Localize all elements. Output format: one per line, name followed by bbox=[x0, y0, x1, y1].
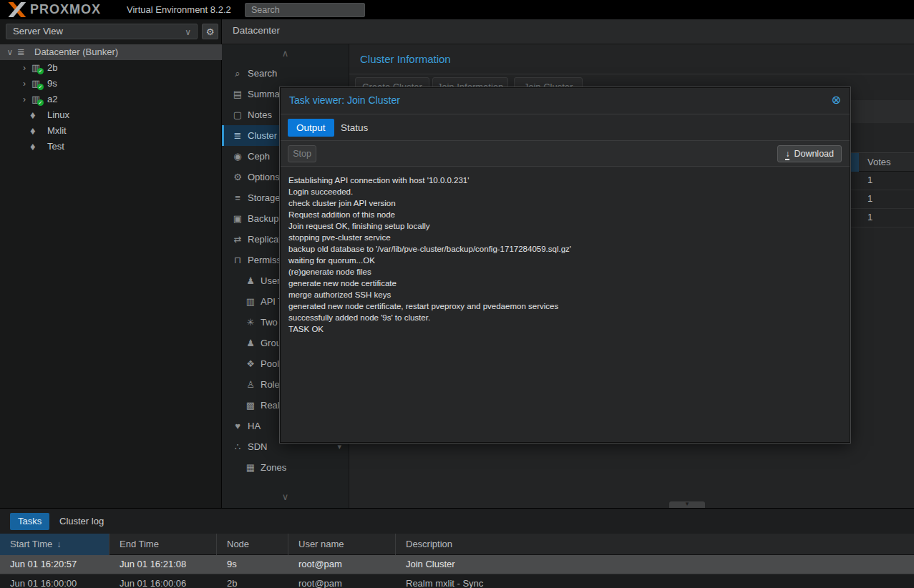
tree-item-tag-linux[interactable]: ♦ Linux bbox=[0, 107, 222, 123]
tag-icon: ♦ bbox=[30, 107, 36, 123]
online-status-icon: ✓ bbox=[37, 68, 44, 74]
divider bbox=[349, 74, 914, 74]
app-version: Virtual Environment 8.2.2 bbox=[127, 4, 231, 15]
cell-user-name: root@pam bbox=[288, 574, 396, 588]
menu-scroll-up[interactable]: ∧ bbox=[222, 44, 349, 63]
content-header: Datacenter bbox=[222, 19, 914, 44]
tree-item-tag-mxlit[interactable]: ♦ Mxlit bbox=[0, 123, 222, 139]
chevron-right-icon[interactable]: › bbox=[20, 92, 29, 107]
log-line: Join request OK, finishing setup locally bbox=[288, 220, 842, 232]
dialog-toolbar: Stop ↓Download bbox=[281, 141, 850, 167]
menu-item-label: Backup bbox=[248, 208, 278, 229]
top-bar: PROXMOX Virtual Environment 8.2.2 bbox=[0, 0, 914, 19]
log-line: check cluster join API version bbox=[288, 197, 842, 209]
users-icon: ♟ bbox=[244, 270, 257, 291]
column-header-end-time[interactable]: End Time bbox=[110, 534, 217, 555]
chevron-right-icon[interactable]: › bbox=[20, 76, 29, 92]
cell-description: Join Cluster bbox=[396, 555, 914, 574]
scroll-down-icon: ∨ bbox=[282, 491, 289, 502]
votes-value: 1 bbox=[867, 175, 872, 185]
tree-item-datacenter[interactable]: ∨ ≣ Datacenter (Bunker) bbox=[0, 44, 222, 60]
view-selector-label: Server View bbox=[13, 26, 63, 36]
cell-node: 9s bbox=[217, 555, 288, 574]
log-line: generated new node certificate, restart … bbox=[288, 300, 842, 312]
cluster-icon: ≣ bbox=[231, 125, 244, 146]
online-status-icon: ✓ bbox=[37, 99, 44, 106]
panel-splitter-handle[interactable]: ▾ bbox=[669, 501, 705, 508]
close-icon[interactable]: ⊗ bbox=[832, 93, 841, 107]
votes-column-header: Votes bbox=[867, 157, 891, 167]
column-header-user-name[interactable]: User name bbox=[288, 534, 396, 555]
tree-item-node-9s[interactable]: › ▥ ✓ 9s bbox=[0, 76, 222, 92]
task-row[interactable]: Jun 01 16:20:57 Jun 01 16:21:08 9s root@… bbox=[0, 555, 914, 574]
sort-desc-icon: ↓ bbox=[57, 539, 61, 549]
api-tokens-icon: ▥ bbox=[244, 291, 257, 312]
menu-item-label: Zones bbox=[261, 457, 286, 478]
tag-icon: ♦ bbox=[30, 139, 36, 155]
tree-item-tag-test[interactable]: ♦ Test bbox=[0, 139, 222, 155]
dialog-header[interactable]: Task viewer: Join Cluster ⊗ bbox=[281, 88, 850, 114]
download-button[interactable]: ↓Download bbox=[777, 145, 842, 162]
menu-item-zones[interactable]: ▦ Zones bbox=[222, 457, 349, 478]
ha-icon: ♥ bbox=[231, 416, 244, 436]
sdn-icon: ∴ bbox=[231, 436, 244, 457]
panel-title: Cluster Information bbox=[360, 53, 451, 65]
menu-item-label: SDN bbox=[248, 436, 267, 457]
log-line: successfully added node '9s' to cluster. bbox=[288, 312, 842, 323]
summary-icon: ▤ bbox=[231, 84, 244, 104]
task-row[interactable]: Jun 01 16:00:00 Jun 01 16:00:06 2b root@… bbox=[0, 574, 914, 588]
online-status-icon: ✓ bbox=[37, 84, 44, 90]
tree-item-label: Test bbox=[47, 139, 64, 155]
cell-start-time: Jun 01 16:20:57 bbox=[0, 555, 110, 574]
bottom-task-panel: Tasks Cluster log Start Time↓ End Time N… bbox=[0, 508, 914, 588]
roles-icon: ♙ bbox=[244, 374, 257, 395]
dialog-title: Task viewer: Join Cluster bbox=[289, 94, 400, 106]
scroll-up-icon: ∧ bbox=[282, 48, 289, 59]
dialog-tab-bar: Output Status bbox=[281, 114, 850, 141]
gear-icon: ⚙ bbox=[206, 26, 215, 37]
menu-item-label: Storage bbox=[248, 187, 281, 208]
tree-item-label: 9s bbox=[47, 76, 57, 92]
menu-item-label: Cluster bbox=[248, 125, 277, 146]
tree-item-label: Mxlit bbox=[47, 123, 67, 139]
tab-status[interactable]: Status bbox=[332, 119, 376, 137]
bottom-tab-bar: Tasks Cluster log bbox=[0, 509, 914, 534]
cell-node: 2b bbox=[217, 574, 288, 588]
datacenter-icon: ≣ bbox=[17, 44, 25, 60]
menu-item-label: Notes bbox=[248, 104, 272, 125]
download-button-label: Download bbox=[794, 149, 834, 159]
tree-settings-button[interactable]: ⚙ bbox=[202, 24, 218, 39]
log-line: TASK OK bbox=[288, 323, 842, 335]
log-line: Login succeeded. bbox=[288, 186, 842, 197]
chevron-right-icon[interactable]: › bbox=[20, 60, 29, 76]
task-table-header: Start Time↓ End Time Node User name Desc… bbox=[0, 534, 914, 555]
tab-cluster-log[interactable]: Cluster log bbox=[52, 513, 112, 530]
log-line: Request addition of this node bbox=[288, 209, 842, 220]
tree-item-label: a2 bbox=[47, 92, 57, 107]
ceph-icon: ◉ bbox=[231, 146, 244, 167]
stop-button[interactable]: Stop bbox=[288, 145, 316, 162]
task-output-log[interactable]: Establishing API connection with host '1… bbox=[281, 168, 850, 442]
notes-icon: ▢ bbox=[231, 104, 244, 125]
column-header-label: Start Time bbox=[10, 539, 52, 549]
column-header-node[interactable]: Node bbox=[217, 534, 288, 555]
view-selector-dropdown[interactable]: Server View ∨ bbox=[6, 24, 198, 39]
column-header-description[interactable]: Description bbox=[396, 534, 914, 555]
resource-tree-panel: Server View ∨ ⚙ ∨ ≣ Datacenter (Bunker) … bbox=[0, 19, 222, 508]
log-line: waiting for quorum...OK bbox=[288, 255, 842, 266]
chevron-down-icon[interactable]: ∨ bbox=[6, 44, 14, 60]
tab-output[interactable]: Output bbox=[288, 119, 334, 137]
realms-icon: ▩ bbox=[244, 395, 257, 416]
permissions-icon: ⊓ bbox=[231, 250, 244, 270]
log-line: stopping pve-cluster service bbox=[288, 232, 842, 243]
tree-item-node-a2[interactable]: › ▥ ✓ a2 bbox=[0, 92, 222, 107]
column-header-start-time[interactable]: Start Time↓ bbox=[0, 534, 110, 555]
tab-tasks[interactable]: Tasks bbox=[10, 513, 49, 530]
proxmox-logo-icon bbox=[6, 1, 27, 18]
groups-icon: ♟ bbox=[244, 333, 257, 353]
menu-scroll-down[interactable]: ∨ bbox=[222, 488, 349, 506]
votes-value: 1 bbox=[867, 212, 872, 222]
menu-item-search[interactable]: ⌕ Search bbox=[222, 63, 349, 84]
tree-item-node-2b[interactable]: › ▥ ✓ 2b bbox=[0, 60, 222, 76]
search-input[interactable] bbox=[245, 3, 365, 17]
